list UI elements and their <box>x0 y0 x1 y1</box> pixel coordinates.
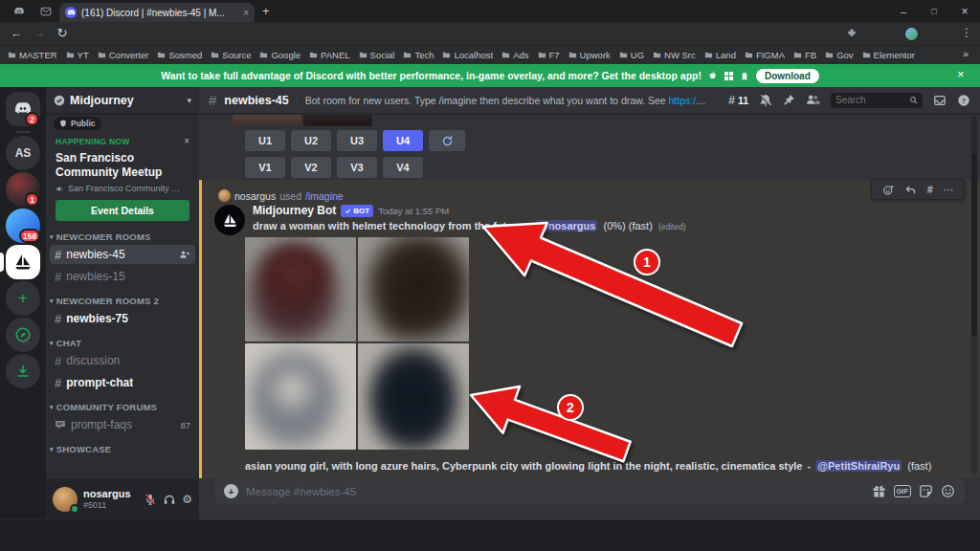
server-1[interactable]: 1 <box>6 172 40 207</box>
gift-icon[interactable] <box>872 484 886 498</box>
channel-newbies-45[interactable]: # newbies-45 <box>50 245 195 264</box>
discord-home-button[interactable]: 2 <box>6 92 40 126</box>
bookmark-item[interactable]: Google <box>259 50 301 60</box>
active-tab[interactable]: (161) Discord | #newbies-45 | M... × <box>59 3 255 22</box>
user-mention-2[interactable]: @PetitShiraiRyu <box>815 460 902 472</box>
user-identity[interactable]: nosargus #5011 <box>83 488 138 510</box>
generated-image-1[interactable] <box>245 237 356 342</box>
user-avatar[interactable] <box>53 487 78 512</box>
category-newcomer-rooms-2[interactable]: ▾ NEWCOMER ROOMS 2 <box>46 296 199 306</box>
threads-button[interactable]: # 11 <box>728 94 748 107</box>
back-button[interactable]: ← <box>6 26 27 40</box>
emoji-picker-icon[interactable] <box>941 484 955 498</box>
bookmarks-overflow-icon[interactable]: » <box>963 48 969 59</box>
v4-button[interactable]: V4 <box>383 157 423 178</box>
context-command[interactable]: /imagine <box>305 190 344 202</box>
pin-icon[interactable] <box>783 94 795 106</box>
microphone-muted-icon[interactable] <box>144 493 157 506</box>
tab-close-icon[interactable]: × <box>243 8 249 18</box>
browser-menu-icon[interactable]: ⋮ <box>961 26 972 39</box>
invite-members-icon[interactable] <box>179 249 190 260</box>
bookmark-item[interactable]: MASTER <box>8 50 57 60</box>
bookmark-item[interactable]: Upwork <box>568 50 611 60</box>
bookmark-item[interactable]: Ads <box>501 50 528 60</box>
add-reaction-icon[interactable] <box>882 184 895 196</box>
bookmark-item[interactable]: Tech <box>403 50 434 60</box>
bookmark-item[interactable]: F7 <box>538 50 560 60</box>
bookmark-item[interactable]: PANEL <box>309 50 349 60</box>
maximize-button[interactable]: □ <box>919 0 949 22</box>
v2-button[interactable]: V2 <box>291 157 331 178</box>
scrollbar-thumb[interactable] <box>971 154 977 336</box>
bookmark-item[interactable]: Elementor <box>862 50 915 60</box>
generated-image-2[interactable] <box>358 237 469 342</box>
more-actions-icon[interactable]: ⋯ <box>943 184 953 196</box>
settings-gear-icon[interactable]: ⚙ <box>182 493 192 506</box>
close-button[interactable]: × <box>949 0 980 22</box>
server-2[interactable]: 158 <box>6 209 40 243</box>
new-tab-button[interactable]: + <box>262 4 270 18</box>
search-input[interactable] <box>835 95 905 105</box>
minimize-button[interactable]: – <box>888 0 919 22</box>
u3-button[interactable]: U3 <box>337 130 377 151</box>
channel-discussion[interactable]: # discussion <box>50 351 195 370</box>
sticker-icon[interactable] <box>919 484 933 498</box>
bookmark-item[interactable]: Localhost <box>442 50 493 60</box>
attach-plus-icon[interactable]: + <box>224 484 238 498</box>
profile-avatar[interactable] <box>905 28 918 40</box>
pinned-tab-2[interactable] <box>34 3 57 20</box>
search-box[interactable] <box>831 93 923 108</box>
bot-avatar[interactable] <box>214 205 245 235</box>
members-icon[interactable] <box>806 93 820 107</box>
bookmark-item[interactable]: Source <box>211 50 251 60</box>
extensions-icon[interactable] <box>846 28 858 39</box>
bookmark-item[interactable]: Social <box>359 50 395 60</box>
bookmark-item[interactable]: FB <box>793 50 816 60</box>
help-icon[interactable]: ? <box>957 94 970 107</box>
chat-scrollbar[interactable] <box>971 116 977 475</box>
server-as[interactable]: AS <box>6 136 40 170</box>
channel-prompt-chat[interactable]: # prompt-chat <box>50 373 195 392</box>
banner-close-icon[interactable]: × <box>957 67 965 81</box>
v1-button[interactable]: V1 <box>245 157 285 178</box>
forward-button[interactable]: → <box>29 26 50 40</box>
pinned-tab-1[interactable] <box>8 3 31 20</box>
category-chat[interactable]: ▾ CHAT <box>46 338 199 348</box>
channel-topic[interactable]: Bot room for new users. Type /imagine th… <box>305 95 707 106</box>
server-midjourney[interactable] <box>6 245 40 279</box>
bookmark-item[interactable]: FIGMA <box>745 50 785 60</box>
category-newcomer-rooms[interactable]: ▾ NEWCOMER ROOMS <box>46 231 199 242</box>
bookmark-item[interactable]: NW Src <box>653 50 696 60</box>
channel-newbies-15[interactable]: # newbies-15 <box>50 267 195 286</box>
author-name[interactable]: Midjourney Bot <box>253 204 336 217</box>
u4-button[interactable]: U4 <box>383 130 423 151</box>
context-username[interactable]: nosargus <box>234 190 276 202</box>
add-server-button[interactable]: + <box>6 281 40 316</box>
create-thread-icon[interactable]: # <box>927 184 933 195</box>
bookmark-item[interactable]: Gov <box>825 50 853 60</box>
category-showcase[interactable]: ▾ SHOWCASE <box>46 444 199 454</box>
generated-image-3[interactable] <box>245 343 356 450</box>
notifications-muted-icon[interactable] <box>759 94 772 107</box>
category-community-forums[interactable]: ▾ COMMUNITY FORUMS <box>46 402 199 412</box>
download-button[interactable]: Download <box>756 69 819 83</box>
u1-button[interactable]: U1 <box>245 130 285 151</box>
topic-link[interactable]: https://docs.midjourne... <box>669 95 707 106</box>
bookmark-item[interactable]: Land <box>704 50 736 60</box>
u2-button[interactable]: U2 <box>291 130 331 151</box>
channel-prompt-faqs[interactable]: prompt-faqs 87 <box>50 415 195 434</box>
inbox-icon[interactable] <box>933 94 947 107</box>
v3-button[interactable]: V3 <box>337 157 377 178</box>
bookmark-item[interactable]: UG <box>619 50 644 60</box>
previous-image-partial[interactable] <box>233 115 372 126</box>
reroll-button[interactable] <box>429 130 465 151</box>
headphones-icon[interactable] <box>163 493 176 506</box>
server-header[interactable]: Midjourney ▾ <box>46 87 199 114</box>
bookmark-item[interactable]: Sosmed <box>157 50 202 60</box>
explore-servers-button[interactable] <box>6 318 40 352</box>
bookmark-item[interactable]: Converter <box>98 50 149 60</box>
message-input[interactable] <box>246 486 864 497</box>
event-close-icon[interactable]: × <box>184 136 189 146</box>
event-details-button[interactable]: Event Details <box>56 200 189 221</box>
channel-newbies-75[interactable]: # newbies-75 <box>50 309 195 328</box>
